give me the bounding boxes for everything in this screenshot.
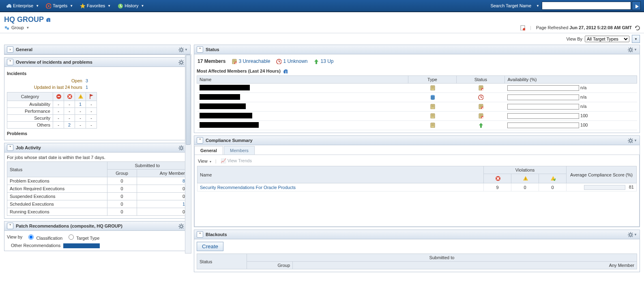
menu-history[interactable]: History▼ <box>115 2 146 9</box>
panel-title: Patch Recommendations (composite, HQ GRO… <box>16 224 122 228</box>
search-go-button[interactable] <box>632 1 641 10</box>
type-icon <box>429 122 435 128</box>
view-menu[interactable]: View ▾ <box>198 159 211 163</box>
status-summary: 17 Members 3 Unreachable 1 Unknown 13 Up <box>197 57 637 68</box>
refresh-icon[interactable] <box>634 25 640 30</box>
gear-icon[interactable] <box>178 47 184 52</box>
compliance-name-link[interactable]: Security Recommendations For Oracle Prod… <box>200 185 296 190</box>
mam-row[interactable]: 100 <box>197 121 637 130</box>
page-header: HQ GROUP <box>0 12 644 25</box>
warning-icon <box>77 93 83 99</box>
updated-label: Updated in last 24 hours <box>34 85 82 90</box>
col-avg-score: Average Compliance Score (%) <box>567 166 637 183</box>
score-value: 81 <box>629 185 634 189</box>
gear-icon[interactable] <box>178 145 184 150</box>
availability-bar <box>507 113 579 119</box>
panel-title: General <box>16 47 32 52</box>
create-button[interactable]: Create <box>197 242 223 251</box>
status-unreachable[interactable]: 3 Unreachable <box>231 58 270 64</box>
col-any-member: Any Member <box>137 170 187 177</box>
open-count-link[interactable]: 3 <box>86 78 88 83</box>
availability-value: n/a <box>580 85 586 90</box>
panel-blackouts: ˅ Blackouts ▼ Create Status Submitted to… <box>194 230 640 272</box>
gear-icon[interactable] <box>627 47 633 52</box>
patch-row: Other Recommendations <box>7 243 188 248</box>
page-status-icon[interactable] <box>519 25 525 30</box>
most-affected-table: Name Type Status Availability (%) n/a n/… <box>197 75 637 130</box>
view-trends-button[interactable]: 📈 View Trends <box>221 158 252 163</box>
info-icon[interactable] <box>282 68 288 74</box>
warning-check-icon <box>550 175 556 181</box>
gear-icon[interactable] <box>178 223 184 229</box>
jobs-note: For jobs whose start date is within the … <box>7 155 188 160</box>
redacted-name <box>200 94 240 100</box>
col-submitted: Submitted to <box>107 162 187 170</box>
status-icon <box>478 94 483 100</box>
redacted-name <box>200 85 250 90</box>
panel-job-activity: ˅ Job Activity ▼ For jobs whose start da… <box>4 143 191 219</box>
toggle-jobs[interactable]: ˅ <box>7 144 13 151</box>
radio-target-type[interactable]: Target Type <box>67 233 99 241</box>
toggle-overview[interactable]: ˅ <box>7 59 13 65</box>
view-by-select[interactable]: All Target Types <box>585 36 629 42</box>
menu-targets[interactable]: Targets▼ <box>43 2 75 9</box>
incidents-row: Performance---- <box>7 108 97 115</box>
critical-icon <box>67 93 72 99</box>
mam-row[interactable]: n/a <box>197 102 637 112</box>
history-icon <box>117 3 123 9</box>
status-icon <box>478 85 483 90</box>
search-input[interactable] <box>542 2 631 10</box>
mam-row[interactable]: n/a <box>197 84 637 93</box>
group-menu-label: Group <box>11 25 24 30</box>
tab-general[interactable]: General <box>194 146 223 155</box>
patch-viewby-row: View by Classification Target Type <box>7 233 188 241</box>
info-icon[interactable] <box>45 17 51 22</box>
incidents-heading: Incidents <box>7 71 188 76</box>
panel-title: Overview of incidents and problems <box>16 60 92 64</box>
toggle-patch[interactable]: ˅ <box>7 223 13 229</box>
job-row: Running Executions00 <box>7 208 188 216</box>
search-target-name-menu[interactable]: Search Target Name▼ <box>488 2 542 9</box>
members-count: 17 Members <box>197 58 225 64</box>
menu-favorites[interactable]: Favorites▼ <box>77 2 113 9</box>
menu-label: Favorites <box>87 3 105 8</box>
fatal-icon <box>56 93 61 99</box>
toggle-general[interactable]: › <box>7 46 13 53</box>
status-icon <box>478 103 483 109</box>
group-menu[interactable]: Group▼ <box>4 25 30 30</box>
availability-value: n/a <box>580 95 586 99</box>
toggle-blackouts[interactable]: ˅ <box>197 231 203 238</box>
jobs-table: Status Submitted to Group Any Member Pro… <box>7 161 188 216</box>
tab-members[interactable]: Members <box>224 146 255 155</box>
status-up[interactable]: 13 Up <box>313 58 333 64</box>
open-label: Open <box>71 78 82 83</box>
view-by-dropdown-button[interactable]: ▼ <box>632 35 640 43</box>
page-title: HQ GROUP <box>4 15 44 24</box>
toggle-compliance[interactable]: ˅ <box>197 137 203 144</box>
toggle-status[interactable]: ˅ <box>197 46 203 53</box>
gear-icon[interactable] <box>627 232 633 237</box>
mam-row[interactable]: 100 <box>197 112 637 121</box>
menu-enterprise[interactable]: Enterprise▼ <box>3 2 41 9</box>
col-status: Status <box>197 254 247 269</box>
refreshed-time: Jun 27, 2012 5:22:08 AM GMT <box>569 25 632 30</box>
status-icon <box>478 113 483 118</box>
updated-count-link[interactable]: 1 <box>86 85 88 90</box>
panel-title: Job Activity <box>16 145 41 150</box>
mam-row[interactable]: n/a <box>197 93 637 102</box>
gear-icon[interactable] <box>627 138 633 143</box>
other-recs-label: Other Recommendations <box>11 243 60 248</box>
menu-label: Targets <box>53 3 67 8</box>
col-type: Type <box>408 76 456 84</box>
scrollbar[interactable] <box>185 54 191 254</box>
panel-title: Blackouts <box>206 232 227 237</box>
type-icon <box>429 85 435 90</box>
redacted-name <box>200 103 246 109</box>
col-status: Status <box>457 76 505 84</box>
panel-general: › General ▼ <box>4 45 191 55</box>
page-refreshed: Page Refreshed Jun 27, 2012 5:22:08 AM G… <box>536 25 632 30</box>
gear-icon[interactable] <box>178 59 184 65</box>
status-unknown[interactable]: 1 Unknown <box>276 58 307 64</box>
compliance-row[interactable]: Security Recommendations For Oracle Prod… <box>197 183 637 191</box>
radio-classification[interactable]: Classification <box>26 233 62 241</box>
